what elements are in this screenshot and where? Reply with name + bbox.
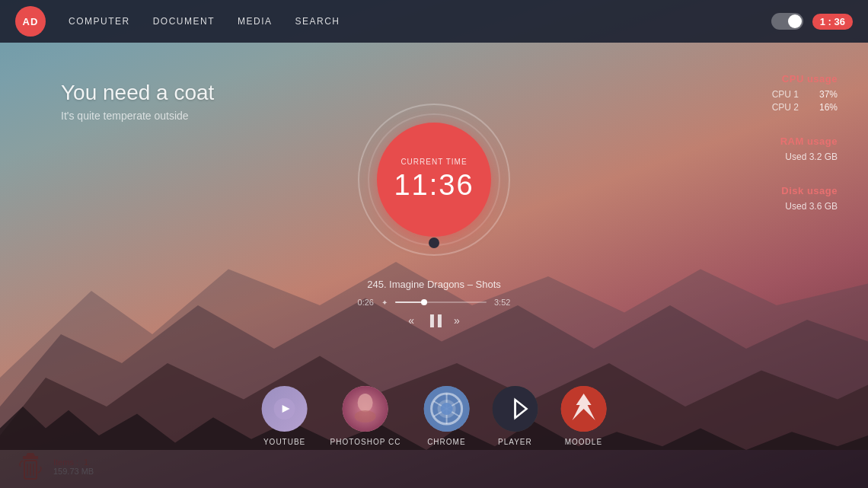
app-chrome[interactable]: CHROME [423,386,469,446]
theme-toggle[interactable] [771,13,803,30]
clock-face: Current Time 11:36 [377,123,491,237]
disk-title: Disk usage [772,185,838,196]
moodle-label: MOODLE [565,438,602,446]
disk-section: Disk usage Used 3.6 GB [772,185,838,212]
ram-used: Used 3.2 GB [772,152,838,162]
ram-section: RAM usage Used 3.2 GB [772,136,838,162]
pause-button[interactable]: ▐▐ [426,314,442,327]
cpu-title: CPU usage [772,73,838,85]
app-moodle[interactable]: MOODLE [560,386,606,446]
cpu2-value: 16% [811,102,838,113]
logo-text: AD [23,16,39,27]
chrome-label: CHROME [427,438,465,446]
logo[interactable]: AD [15,6,46,37]
cpu1-label: CPU 1 [772,89,799,100]
clock-ring-outer: Current Time 11:36 [358,104,510,256]
clock-time: 11:36 [394,169,474,202]
navbar: AD COMPUTER DOCUMENT MEDIA SEARCH 1 : 36 [0,0,868,43]
app-player[interactable]: PLAYER [492,386,538,446]
weather-subtitle: It's quite temperate outside [61,110,214,122]
music-controls: « ▐▐ » [327,314,541,327]
player-icon [492,386,538,432]
app-youtube[interactable]: YOUTUBE [262,386,308,446]
music-current-time: 0:26 [358,298,374,307]
clock-container: Current Time 11:36 [358,104,510,256]
music-total-time: 3:52 [494,298,510,307]
svg-point-6 [358,394,373,412]
nav-computer[interactable]: COMPUTER [69,16,130,27]
weather-title: You need a coat [61,81,214,105]
bottom-bar [0,450,868,488]
clock-dot [429,238,439,248]
nav-items: COMPUTER DOCUMENT MEDIA SEARCH [69,16,748,27]
cpu-section: CPU usage CPU 1 37% CPU 2 16% [772,73,838,113]
progress-indicator [421,299,427,305]
chrome-icon [423,386,469,432]
app-photoshop[interactable]: PHOTOSHOP CC [330,386,401,446]
disk-used: Used 3.6 GB [772,201,838,212]
youtube-label: YOUTUBE [263,438,305,446]
nav-document[interactable]: DOCUMENT [153,16,215,27]
player-label: PLAYER [498,438,532,446]
cpu2-label: CPU 2 [772,102,799,113]
progress-bar[interactable] [395,301,487,303]
clock-label: Current Time [400,158,467,166]
cpu2-row: CPU 2 16% [772,102,838,113]
music-progress: 0:26 ✦ 3:52 [327,298,541,307]
photoshop-icon [343,386,388,432]
app-dock: YOUTUBE PHOTOSHOP CC CHROM [262,386,607,446]
ram-title: RAM usage [772,136,838,147]
main-content: You need a coat It's quite temperate out… [0,43,868,488]
clock-ring-inner: Current Time 11:36 [368,113,500,246]
nav-right: 1 : 36 [771,13,853,30]
cpu1-row: CPU 1 37% [772,89,838,100]
photoshop-label: PHOTOSHOP CC [330,438,401,446]
svg-point-7 [355,410,376,423]
svg-point-14 [440,403,452,415]
stats-panel: CPU usage CPU 1 37% CPU 2 16% RAM usage … [772,73,838,234]
nav-media[interactable]: MEDIA [238,16,273,27]
moodle-icon [560,386,606,432]
youtube-icon [262,386,308,432]
next-button[interactable]: » [454,314,460,327]
prev-button[interactable]: « [408,314,414,327]
music-track: 245. Imagine Dragons – Shots [327,279,541,290]
music-player: 245. Imagine Dragons – Shots 0:26 ✦ 3:52… [327,279,541,327]
weather-panel: You need a coat It's quite temperate out… [61,81,214,122]
nav-time: 1 : 36 [812,14,853,30]
music-dot-icon: ✦ [381,298,388,307]
nav-search[interactable]: SEARCH [295,16,340,27]
cpu1-value: 37% [811,89,838,100]
